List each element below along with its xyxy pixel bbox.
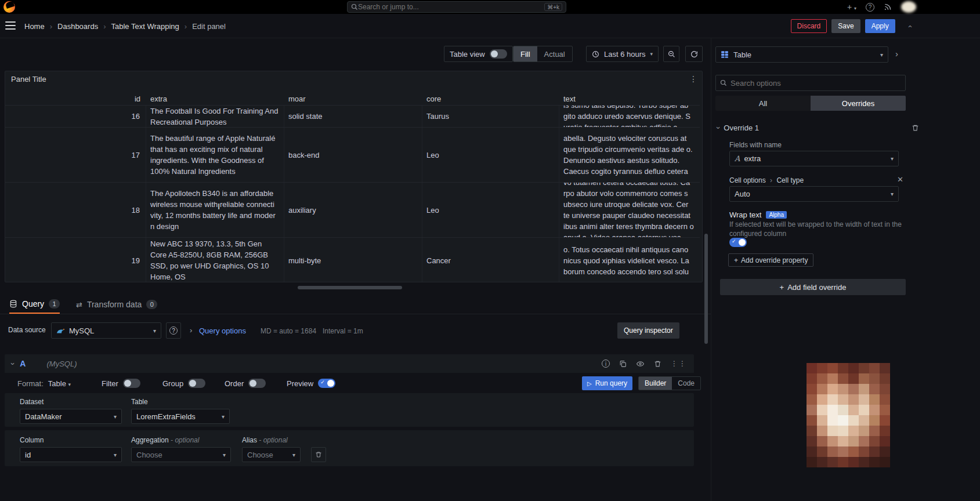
fill-option[interactable]: Fill xyxy=(513,46,537,61)
vertical-scrollbar[interactable] xyxy=(704,234,708,344)
horizontal-scrollbar[interactable] xyxy=(298,286,402,289)
info-icon[interactable]: i xyxy=(602,360,610,368)
apply-button[interactable]: Apply xyxy=(865,19,895,33)
mosaic-cell xyxy=(807,405,817,415)
breadcrumb: Home›Dashboards›Table Text Wrapping›Edit… xyxy=(24,14,226,38)
drag-handle-icon[interactable]: ⋮⋮ xyxy=(671,360,687,368)
datasource-picker[interactable]: MySQL ▾ xyxy=(51,322,161,339)
visualization-picker[interactable]: Table ▾ xyxy=(715,46,888,63)
query-editor-actions: i ⋮⋮ xyxy=(602,360,687,368)
clear-cell-option-icon[interactable]: ✕ xyxy=(897,175,903,184)
delete-override-icon[interactable] xyxy=(912,124,919,132)
options-search[interactable] xyxy=(715,75,906,91)
table-cell: Taurus xyxy=(422,106,559,127)
datasource-help-button[interactable]: ? xyxy=(166,322,181,339)
refresh-button[interactable] xyxy=(685,46,703,62)
duplicate-icon[interactable] xyxy=(619,360,627,368)
trash-icon[interactable] xyxy=(654,360,661,368)
mosaic-cell xyxy=(807,363,817,373)
wrap-text-toggle[interactable] xyxy=(729,238,747,247)
panel-menu-icon[interactable]: ⋮ xyxy=(689,74,697,84)
filter-toggle[interactable] xyxy=(123,379,140,388)
options-search-input[interactable] xyxy=(731,79,901,88)
tab-all[interactable]: All xyxy=(715,96,811,111)
collapse-query-icon[interactable]: › xyxy=(9,362,17,365)
cell-type-select[interactable]: Auto ▾ xyxy=(729,186,899,202)
expand-viz-list-icon[interactable]: › xyxy=(895,49,898,59)
mosaic-cell xyxy=(827,415,838,426)
query-options-link[interactable]: Query options xyxy=(199,326,246,335)
add-override-property-button[interactable]: + Add override property xyxy=(728,253,813,267)
save-button[interactable]: Save xyxy=(831,19,860,33)
actual-option[interactable]: Actual xyxy=(537,46,572,61)
override-title: Override 1 xyxy=(724,124,759,132)
group-label: Group xyxy=(162,379,183,388)
mysql-icon xyxy=(56,328,65,334)
builder-option[interactable]: Builder xyxy=(639,377,672,390)
breadcrumb-item[interactable]: Table Text Wrapping xyxy=(111,22,179,31)
tab-query[interactable]: Query 1 xyxy=(9,295,60,314)
mosaic-cell xyxy=(848,405,859,415)
breadcrumb-item[interactable]: Edit panel xyxy=(192,22,226,31)
override-section-header[interactable]: › Override 1 xyxy=(717,124,914,132)
code-option[interactable]: Code xyxy=(672,377,700,390)
time-range-picker[interactable]: Last 6 hours ▾ xyxy=(586,46,659,62)
add-field-override-button[interactable]: + Add field override xyxy=(720,279,906,295)
query-inspector-button[interactable]: Query inspector xyxy=(617,322,679,339)
table-select[interactable]: LoremExtraFields▾ xyxy=(131,409,230,424)
column-header[interactable]: moar xyxy=(284,95,422,103)
breadcrumb-item[interactable]: Home xyxy=(24,22,45,31)
order-toggle[interactable] xyxy=(248,379,266,388)
search-input[interactable] xyxy=(358,3,544,11)
mosaic-cell xyxy=(869,394,880,405)
help-icon[interactable]: ? xyxy=(866,3,874,12)
table-cell: New ABC 13 9370, 13.3, 5th Gen Core A5-8… xyxy=(146,238,284,282)
viz-type-label: Table xyxy=(733,50,751,59)
mosaic-cell xyxy=(848,457,859,467)
column-header[interactable]: id xyxy=(5,95,146,103)
hide-response-icon[interactable] xyxy=(636,360,645,368)
dataset-select[interactable]: DataMaker▾ xyxy=(20,409,122,424)
field-name-select[interactable]: A extra ▾ xyxy=(729,151,899,166)
mosaic-cell xyxy=(838,405,848,415)
discard-button[interactable]: Discard xyxy=(791,19,827,33)
tab-overrides[interactable]: Overrides xyxy=(811,96,906,111)
remove-column-button[interactable] xyxy=(311,447,326,462)
column-select[interactable]: id▾ xyxy=(20,447,122,462)
table-cell: Leo xyxy=(422,128,559,182)
column-header[interactable]: text xyxy=(559,95,700,103)
table-cell: 17 xyxy=(5,128,146,182)
cell-options-breadcrumb: Cell options › Cell type xyxy=(729,176,804,184)
order-label: Order xyxy=(225,379,244,388)
table-view-toggle[interactable] xyxy=(490,49,507,59)
group-toggle[interactable] xyxy=(188,379,205,388)
grafana-logo-icon[interactable] xyxy=(3,1,15,13)
collapse-options-icon[interactable]: › xyxy=(905,25,913,27)
mosaic-cell xyxy=(807,415,817,426)
format-select[interactable]: Table ▾ xyxy=(48,379,71,388)
run-query-button[interactable]: ▷ Run query xyxy=(582,376,632,390)
tab-transform[interactable]: ⇄ Transform data 0 xyxy=(76,295,157,314)
table-label: Table xyxy=(131,398,148,406)
mosaic-cell xyxy=(827,384,838,394)
column-header[interactable]: core xyxy=(422,95,559,103)
zoom-out-icon xyxy=(668,50,675,58)
collapse-override-icon[interactable]: › xyxy=(714,126,723,129)
breadcrumb-item[interactable]: Dashboards xyxy=(57,22,98,31)
alias-select[interactable]: Choose▾ xyxy=(242,447,301,462)
menu-toggle-icon[interactable] xyxy=(5,21,16,30)
column-header[interactable]: extra xyxy=(146,95,284,103)
mosaic-cell xyxy=(827,436,838,446)
news-icon[interactable] xyxy=(884,3,892,11)
chevron-right-icon: › xyxy=(768,176,775,184)
aggregation-select[interactable]: Choose▾ xyxy=(131,447,231,462)
query-editor-header[interactable]: › A (MySQL) i ⋮⋮ xyxy=(5,354,694,373)
preview-toggle[interactable] xyxy=(318,379,335,388)
mosaic-cell xyxy=(838,457,848,467)
new-menu-button[interactable]: + ▾ xyxy=(847,2,856,12)
search-bar[interactable]: ⌘+k xyxy=(347,1,566,13)
zoom-out-button[interactable] xyxy=(663,46,679,62)
chevron-right-icon[interactable]: › xyxy=(190,326,192,335)
user-avatar[interactable] xyxy=(901,1,916,13)
mosaic-cell xyxy=(817,373,827,384)
